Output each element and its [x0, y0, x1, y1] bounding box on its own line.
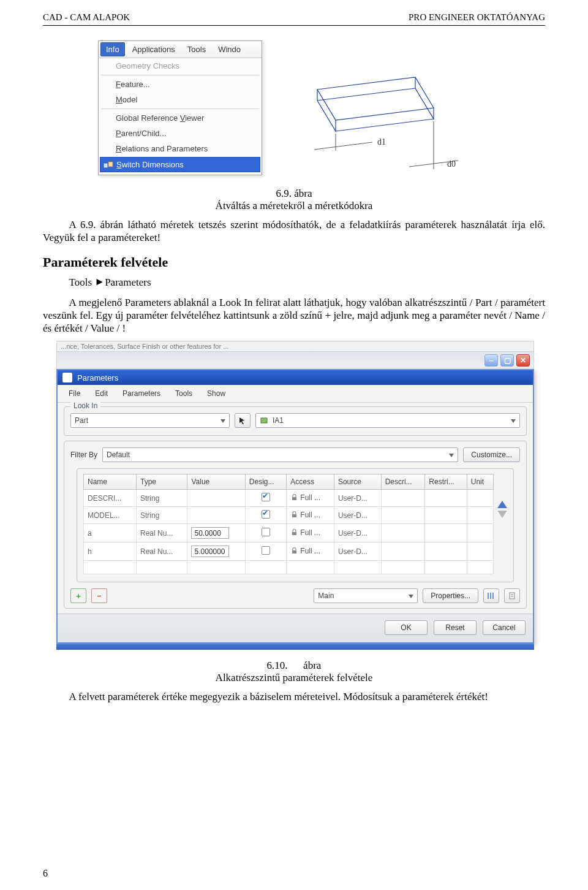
designate-checkbox[interactable]: [262, 493, 270, 501]
cell-descri: [381, 524, 425, 542]
info-pulldown: Geometry Checks Feature... Model Global …: [99, 58, 262, 172]
designate-checkbox[interactable]: [262, 510, 270, 519]
reset-button[interactable]: Reset: [434, 620, 477, 635]
info-menu-applications[interactable]: Applications: [126, 41, 181, 58]
cell-desig[interactable]: [245, 490, 287, 507]
svg-rect-0: [104, 163, 108, 168]
properties-button[interactable]: Properties...: [423, 588, 478, 603]
remove-parameter-button[interactable]: －: [91, 588, 107, 603]
look-in-legend: Look In: [70, 401, 100, 410]
info-icon-button[interactable]: [504, 588, 520, 603]
menu-separator: [101, 75, 259, 75]
row-move-up[interactable]: [497, 501, 507, 508]
row-move-down[interactable]: [497, 511, 507, 518]
params-menu-edit[interactable]: Edit: [89, 388, 114, 399]
lock-icon: Full ...: [290, 528, 320, 537]
lock-icon: Full ...: [290, 493, 320, 502]
ok-button[interactable]: OK: [385, 620, 428, 635]
look-in-part-combo[interactable]: IA1: [255, 413, 520, 428]
params-menu-show[interactable]: Show: [201, 388, 232, 399]
info-item-feature[interactable]: Feature...: [99, 77, 262, 92]
info-item-switch-dimensions[interactable]: Switch Dimensions: [100, 157, 260, 172]
info-menubar: Info Applications Tools Windo: [99, 41, 262, 58]
menu-separator: [101, 108, 259, 109]
cell-desig[interactable]: [245, 507, 287, 524]
params-menu-tools[interactable]: Tools: [169, 388, 198, 399]
col-access[interactable]: Access: [287, 474, 334, 490]
params-menu-parameters[interactable]: Parameters: [116, 388, 167, 399]
cell-source: User-D...: [334, 524, 381, 542]
cell-source: User-D...: [334, 507, 381, 524]
columns-icon-button[interactable]: [483, 588, 499, 603]
page-number: 6: [43, 868, 48, 879]
select-arrow-button[interactable]: [235, 413, 251, 428]
info-menu-window[interactable]: Windo: [212, 41, 247, 58]
info-menu-info[interactable]: Info: [100, 42, 125, 56]
cell-access: Full ...: [287, 507, 334, 524]
figure-6-9-row: Info Applications Tools Windo Geometry C…: [98, 40, 545, 175]
col-value[interactable]: Value: [187, 474, 245, 490]
close-button[interactable]: ✕: [516, 354, 530, 367]
minimize-button[interactable]: –: [484, 354, 498, 367]
value-input[interactable]: [191, 546, 229, 557]
info-menu-screenshot: Info Applications Tools Windo Geometry C…: [98, 40, 262, 175]
cancel-button[interactable]: Cancel: [483, 620, 526, 635]
table-row[interactable]: aReal Nu...Full ...User-D...: [84, 524, 494, 542]
cell-value[interactable]: [187, 542, 245, 561]
filter-by-combo[interactable]: Default: [102, 447, 458, 462]
parameters-table-panel: Name Type Value Desig... Access Source D…: [77, 468, 514, 582]
cell-desig[interactable]: [245, 542, 287, 561]
outer-window-titlebar: – ▢ ✕: [56, 352, 534, 369]
cell-unit: [467, 542, 493, 561]
info-item-geometry-checks: Geometry Checks: [99, 58, 262, 74]
svg-rect-1: [108, 162, 113, 167]
table-row[interactable]: hReal Nu...Full ...User-D...: [84, 542, 494, 561]
cell-access: Full ...: [287, 524, 334, 542]
col-desig[interactable]: Desig...: [245, 474, 287, 490]
cell-value[interactable]: [187, 490, 245, 507]
cell-source: User-D...: [334, 542, 381, 561]
col-descri[interactable]: Descri...: [381, 474, 425, 490]
info-item-global-reference-viewer[interactable]: Global Reference Viewer: [99, 110, 262, 126]
maximize-button[interactable]: ▢: [500, 354, 514, 367]
parameters-table: Name Type Value Desig... Access Source D…: [83, 474, 494, 574]
cell-type: Real Nu...: [136, 542, 187, 561]
value-input[interactable]: [191, 527, 229, 539]
col-unit[interactable]: Unit: [467, 474, 493, 490]
cell-desig[interactable]: [245, 524, 287, 542]
col-type[interactable]: Type: [136, 474, 187, 490]
table-view-combo[interactable]: Main: [314, 588, 418, 603]
svg-rect-7: [292, 497, 296, 500]
info-menu-tools[interactable]: Tools: [181, 41, 212, 58]
add-parameter-button[interactable]: ＋: [70, 588, 86, 603]
customize-button[interactable]: Customize...: [463, 447, 520, 462]
svg-rect-10: [292, 550, 296, 553]
lock-icon: Full ...: [290, 511, 320, 519]
cell-type: Real Nu...: [136, 524, 187, 542]
table-row[interactable]: MODEL...StringFull ...User-D...: [84, 507, 494, 524]
params-menu-file[interactable]: File: [62, 388, 86, 399]
cell-value[interactable]: [187, 507, 245, 524]
cell-descri: [381, 490, 425, 507]
paragraph-3: A felvett paraméterek értéke megegyezik …: [43, 690, 545, 703]
table-row[interactable]: DESCRI...StringFull ...User-D...: [84, 490, 494, 507]
parameters-menubar: File Edit Parameters Tools Show: [58, 385, 533, 403]
wireframe-part-drawing: d1 d0: [281, 40, 464, 175]
cell-restri: [425, 507, 467, 524]
cell-type: String: [136, 490, 187, 507]
col-source[interactable]: Source: [334, 474, 381, 490]
designate-checkbox[interactable]: [262, 546, 270, 555]
parameters-title-text: Parameters: [77, 373, 118, 382]
col-restri[interactable]: Restri...: [425, 474, 467, 490]
info-item-relations-parameters[interactable]: Relations and Parameters: [99, 141, 262, 156]
col-name[interactable]: Name: [84, 474, 137, 490]
tool-path-line: Tools ►Parameters: [69, 276, 546, 289]
cell-value[interactable]: [187, 524, 245, 542]
designate-checkbox[interactable]: [262, 528, 270, 536]
cell-restri: [425, 542, 467, 561]
cell-unit: [467, 524, 493, 542]
look-in-level-combo[interactable]: Part: [70, 413, 230, 428]
info-item-parent-child[interactable]: Parent/Child...: [99, 126, 262, 141]
part-icon: [260, 416, 270, 425]
info-item-model[interactable]: Model: [99, 92, 262, 107]
